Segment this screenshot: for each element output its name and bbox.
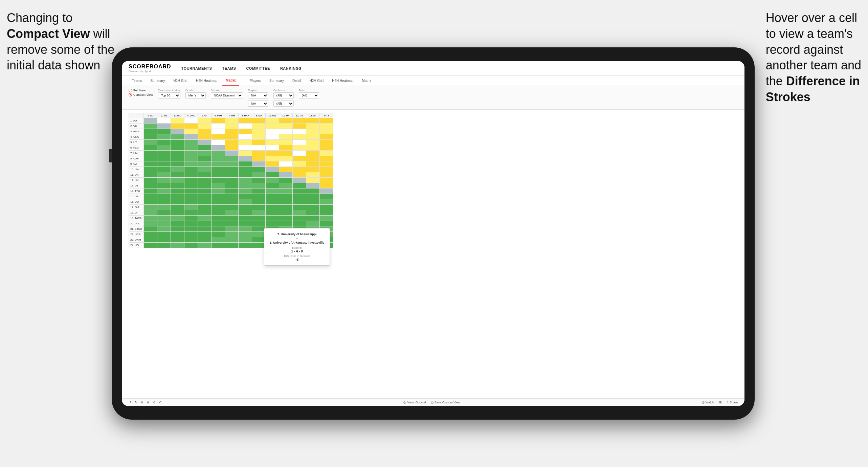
table-cell[interactable] [239, 145, 252, 151]
table-cell[interactable] [184, 221, 198, 226]
table-cell[interactable] [279, 124, 293, 129]
table-cell[interactable] [144, 232, 157, 237]
table-cell[interactable] [320, 216, 333, 221]
table-cell[interactable] [198, 237, 212, 243]
table-cell[interactable] [239, 167, 252, 172]
table-cell[interactable] [212, 210, 225, 216]
table-cell[interactable] [320, 156, 333, 161]
table-cell[interactable] [157, 221, 171, 226]
table-cell[interactable] [293, 210, 306, 216]
table-cell[interactable] [252, 172, 266, 178]
table-cell[interactable] [225, 145, 239, 151]
table-cell[interactable] [184, 194, 198, 199]
table-cell[interactable] [252, 226, 266, 232]
table-cell[interactable] [171, 226, 184, 232]
table-cell[interactable] [157, 167, 171, 172]
table-cell[interactable] [171, 221, 184, 226]
table-cell[interactable] [239, 172, 252, 178]
table-cell[interactable] [306, 178, 320, 183]
table-cell[interactable] [293, 151, 306, 156]
table-cell[interactable] [320, 145, 333, 151]
table-cell[interactable] [306, 140, 320, 145]
table-cell[interactable] [157, 151, 171, 156]
table-cell[interactable] [184, 134, 198, 140]
tab-h2h-grid-left[interactable]: H2H Grid [170, 76, 191, 85]
toolbar-redo[interactable]: ↻ [135, 401, 137, 404]
table-cell[interactable] [252, 118, 266, 124]
table-cell[interactable] [157, 188, 171, 194]
table-cell[interactable] [279, 161, 293, 167]
table-cell[interactable] [239, 140, 252, 145]
table-cell[interactable] [157, 178, 171, 183]
table-cell[interactable] [306, 188, 320, 194]
table-cell[interactable] [225, 188, 239, 194]
table-cell[interactable] [279, 205, 293, 210]
table-cell[interactable] [157, 129, 171, 134]
table-cell[interactable] [157, 134, 171, 140]
table-cell[interactable] [171, 151, 184, 156]
table-cell[interactable] [320, 134, 333, 140]
table-cell[interactable] [184, 118, 198, 124]
table-cell[interactable] [252, 167, 266, 172]
table-cell[interactable] [239, 216, 252, 221]
table-cell[interactable] [306, 194, 320, 199]
table-cell[interactable] [198, 199, 212, 205]
table-cell[interactable] [279, 210, 293, 216]
table-cell[interactable] [171, 172, 184, 178]
table-cell[interactable] [212, 124, 225, 129]
table-cell[interactable] [184, 232, 198, 237]
table-cell[interactable] [266, 172, 279, 178]
table-cell[interactable] [198, 210, 212, 216]
table-cell[interactable] [266, 216, 279, 221]
tab-detail[interactable]: Detail [289, 76, 305, 85]
table-cell[interactable] [171, 232, 184, 237]
table-cell[interactable] [171, 145, 184, 151]
nav-committee[interactable]: COMMITTEE [246, 66, 270, 70]
table-cell[interactable] [198, 156, 212, 161]
table-cell[interactable] [252, 243, 266, 248]
table-cell[interactable] [171, 199, 184, 205]
save-custom-btn[interactable]: ◻ Save Custom View [431, 401, 460, 404]
table-cell[interactable] [212, 183, 225, 188]
nav-teams[interactable]: TEAMS [222, 66, 236, 70]
table-cell[interactable] [306, 151, 320, 156]
table-cell[interactable] [225, 237, 239, 243]
table-cell[interactable] [184, 178, 198, 183]
table-cell[interactable] [171, 118, 184, 124]
table-cell[interactable] [306, 216, 320, 221]
tab-players[interactable]: Players [246, 76, 264, 85]
table-cell[interactable] [320, 178, 333, 183]
table-cell[interactable] [184, 151, 198, 156]
table-cell[interactable] [171, 167, 184, 172]
table-cell[interactable] [293, 178, 306, 183]
table-cell[interactable] [306, 161, 320, 167]
toolbar-icon2[interactable]: ⊖ [147, 401, 150, 404]
table-cell[interactable] [144, 205, 157, 210]
toolbar-icon1[interactable]: ⊕ [141, 401, 143, 404]
table-cell[interactable] [184, 183, 198, 188]
table-cell[interactable] [266, 140, 279, 145]
table-cell[interactable] [225, 243, 239, 248]
table-cell[interactable] [171, 194, 184, 199]
table-cell[interactable] [293, 199, 306, 205]
table-cell[interactable] [171, 156, 184, 161]
watch-btn[interactable]: ◎ Watch [702, 401, 714, 404]
table-cell[interactable] [293, 167, 306, 172]
table-cell[interactable] [293, 161, 306, 167]
table-cell[interactable] [320, 118, 333, 124]
table-cell[interactable] [252, 145, 266, 151]
table-cell[interactable] [252, 216, 266, 221]
table-cell[interactable] [212, 221, 225, 226]
table-cell[interactable] [266, 145, 279, 151]
table-cell[interactable] [144, 199, 157, 205]
table-cell[interactable] [266, 183, 279, 188]
table-cell[interactable] [157, 205, 171, 210]
table-cell[interactable] [239, 156, 252, 161]
table-cell[interactable] [239, 118, 252, 124]
table-cell[interactable] [212, 172, 225, 178]
table-cell[interactable] [157, 226, 171, 232]
division-select[interactable]: NCAA Division I [211, 92, 243, 98]
table-cell[interactable] [144, 129, 157, 134]
table-cell[interactable] [184, 188, 198, 194]
table-cell[interactable] [212, 161, 225, 167]
